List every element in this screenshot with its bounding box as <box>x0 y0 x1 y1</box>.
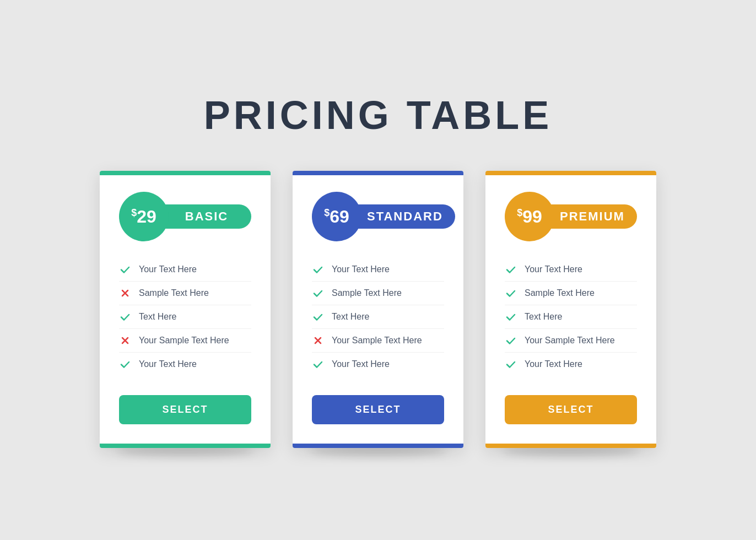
basic-feature-item: Text Here <box>119 305 251 329</box>
basic-feature-item: Sample Text Here <box>119 282 251 305</box>
standard-features-list: Your Text Here Sample Text Here Text Her… <box>312 258 444 376</box>
check-yes-icon <box>119 311 131 323</box>
standard-feature-item: Text Here <box>312 305 444 329</box>
check-yes-icon <box>505 358 517 370</box>
standard-feature-text-1: Sample Text Here <box>332 288 402 298</box>
basic-name-badge: BASIC <box>164 204 251 229</box>
check-yes-icon <box>505 287 517 299</box>
premium-price-circle: $99 <box>505 192 554 241</box>
pricing-card-basic: $29BASIC Your Text Here Sample Text Here… <box>100 171 271 448</box>
check-no-icon <box>119 287 131 299</box>
premium-features-list: Your Text Here Sample Text Here Text Her… <box>505 258 637 376</box>
check-yes-icon <box>505 263 517 276</box>
standard-select-button[interactable]: SELECT <box>312 395 444 424</box>
standard-feature-text-0: Your Text Here <box>332 264 390 274</box>
premium-header: $99PREMIUM <box>505 192 637 241</box>
standard-top-bar <box>293 171 463 175</box>
check-no-icon <box>312 334 324 347</box>
basic-select-button[interactable]: SELECT <box>119 395 251 424</box>
basic-feature-text-3: Your Sample Text Here <box>139 336 229 345</box>
standard-feature-text-3: Your Sample Text Here <box>332 336 422 345</box>
premium-price: $99 <box>517 208 542 225</box>
check-yes-icon <box>505 334 517 347</box>
pricing-card-premium: $99PREMIUM Your Text Here Sample Text He… <box>485 171 656 448</box>
premium-top-bar <box>485 171 656 175</box>
premium-feature-text-1: Sample Text Here <box>525 288 595 298</box>
premium-feature-text-2: Text Here <box>525 312 562 322</box>
basic-features-list: Your Text Here Sample Text Here Text Her… <box>119 258 251 376</box>
standard-header: $69STANDARD <box>312 192 444 241</box>
basic-feature-item: Your Text Here <box>119 258 251 282</box>
premium-feature-text-4: Your Text Here <box>525 359 582 369</box>
basic-feature-item: Your Text Here <box>119 353 251 376</box>
check-yes-icon <box>312 287 324 299</box>
premium-feature-item: Your Text Here <box>505 258 637 282</box>
page-title: PRICING TABLE <box>204 93 553 138</box>
premium-feature-item: Text Here <box>505 305 637 329</box>
premium-select-button[interactable]: SELECT <box>505 395 637 424</box>
basic-feature-text-4: Your Text Here <box>139 359 197 369</box>
standard-price-circle: $69 <box>312 192 361 241</box>
standard-price: $69 <box>324 208 349 225</box>
basic-plan-name: BASIC <box>185 209 228 224</box>
basic-feature-text-2: Text Here <box>139 312 176 322</box>
standard-bottom-bar <box>293 444 463 448</box>
basic-feature-item: Your Sample Text Here <box>119 329 251 353</box>
standard-plan-name: STANDARD <box>367 209 443 224</box>
basic-bottom-bar <box>100 444 271 448</box>
premium-name-badge: PREMIUM <box>550 204 637 229</box>
premium-feature-text-3: Your Sample Text Here <box>525 336 615 345</box>
check-yes-icon <box>312 263 324 276</box>
check-yes-icon <box>505 311 517 323</box>
check-yes-icon <box>312 311 324 323</box>
standard-feature-item: Your Sample Text Here <box>312 329 444 353</box>
basic-price: $29 <box>131 208 156 225</box>
check-yes-icon <box>119 358 131 370</box>
basic-top-bar <box>100 171 271 175</box>
standard-feature-text-4: Your Text Here <box>332 359 390 369</box>
standard-feature-text-2: Text Here <box>332 312 369 322</box>
premium-feature-item: Your Text Here <box>505 353 637 376</box>
standard-feature-item: Your Text Here <box>312 353 444 376</box>
basic-price-circle: $29 <box>119 192 169 241</box>
premium-feature-item: Your Sample Text Here <box>505 329 637 353</box>
check-yes-icon <box>119 263 131 276</box>
pricing-card-standard: $69STANDARD Your Text Here Sample Text H… <box>293 171 463 448</box>
premium-plan-name: PREMIUM <box>560 209 625 224</box>
premium-feature-text-0: Your Text Here <box>525 264 582 274</box>
basic-feature-text-1: Sample Text Here <box>139 288 209 298</box>
premium-feature-item: Sample Text Here <box>505 282 637 305</box>
standard-feature-item: Your Text Here <box>312 258 444 282</box>
check-yes-icon <box>312 358 324 370</box>
pricing-cards-container: $29BASIC Your Text Here Sample Text Here… <box>100 171 656 448</box>
standard-feature-item: Sample Text Here <box>312 282 444 305</box>
premium-bottom-bar <box>485 444 656 448</box>
basic-header: $29BASIC <box>119 192 251 241</box>
check-no-icon <box>119 334 131 347</box>
basic-feature-text-0: Your Text Here <box>139 264 197 274</box>
standard-name-badge: STANDARD <box>357 204 455 229</box>
